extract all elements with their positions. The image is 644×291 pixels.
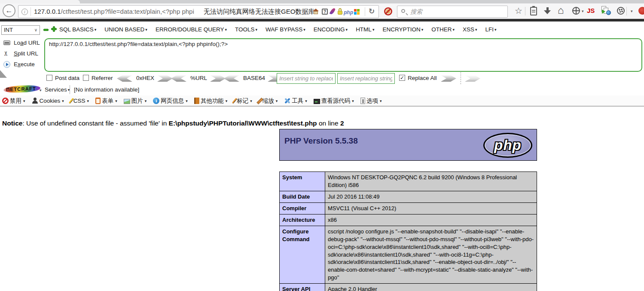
info-circle-icon: i	[153, 98, 159, 104]
minus-icon[interactable]	[43, 29, 49, 31]
chevron-down-icon[interactable]: ▾	[631, 9, 633, 13]
php-icon[interactable]: php	[344, 9, 353, 15]
replace-all-checkbox[interactable]: ✓	[399, 75, 405, 81]
feather-icon[interactable]	[330, 7, 336, 15]
hex-encode-arrow-right-icon[interactable]	[157, 75, 173, 82]
hex-label: 0xHEX	[136, 75, 154, 81]
download-icon[interactable]	[544, 7, 552, 15]
person-icon	[32, 98, 38, 104]
js-icon[interactable]: JS	[587, 7, 595, 14]
webdev-options-menu[interactable]: 选项	[360, 97, 382, 105]
webdev-cookies-menu[interactable]: Cookies	[32, 98, 64, 104]
home-icon[interactable]: ⌂	[558, 4, 564, 16]
charset-select[interactable]: INT∨	[1, 25, 40, 35]
execute-button[interactable]: Execute	[0, 60, 43, 70]
notice-line-number: 2	[340, 119, 344, 127]
search-input[interactable]: 搜索	[397, 6, 508, 18]
replace-arrow-right-icon[interactable]	[441, 75, 456, 82]
url-encode-arrow-right-icon[interactable]	[210, 75, 226, 82]
webdev-forms-menu[interactable]: 表单	[95, 97, 117, 105]
phpinfo-block: PHP Version 5.5.38 php SystemWindows NT …	[279, 129, 537, 291]
replace-arrow-right-icon-2[interactable]	[465, 75, 480, 82]
url-domain: 127.0.0.1	[34, 8, 61, 15]
phpinfo-table: SystemWindows NT DESKTOP-GQ2PQNC 6.2 bui…	[279, 172, 537, 291]
globe-icon[interactable]	[572, 7, 580, 15]
menu-sql-basics[interactable]: SQL BASICS	[59, 26, 96, 33]
replace-to-input[interactable]	[337, 73, 395, 84]
chevron-down-icon[interactable]: ▾	[40, 88, 42, 92]
lock-icon[interactable]	[338, 8, 342, 15]
netcraft-logo[interactable]: ΠETCRAFT	[3, 85, 40, 93]
url-decode-arrow-left-icon[interactable]	[171, 75, 186, 82]
hex-decode-arrow-left-icon[interactable]	[117, 75, 132, 82]
base64-label: BASE64	[243, 75, 265, 81]
info-icon[interactable]: i	[21, 9, 28, 15]
webdev-disable-menu[interactable]: 禁用	[2, 97, 25, 105]
star-icon[interactable]: ☆	[515, 6, 522, 16]
reload-icon[interactable]: ↻	[369, 7, 375, 16]
menu-html[interactable]: HTML	[356, 26, 374, 33]
toolbar-divider-2	[626, 7, 627, 15]
netcraft-services-menu[interactable]: Services	[45, 86, 70, 93]
urlbar-note-2[interactable]: 无法连接GEO数据库	[255, 8, 314, 16]
url-text[interactable]: 127.0.0.1/ctftest/test.php?file=data:tex…	[34, 8, 194, 15]
menu-encryption[interactable]: ENCRYPTION	[382, 26, 423, 33]
source-icon	[314, 99, 320, 104]
tab-strip	[0, 0, 644, 3]
house-icon[interactable]	[313, 9, 319, 14]
split-url-button[interactable]: ✂ Split URL	[0, 49, 43, 59]
plus-icon[interactable]	[51, 26, 57, 32]
extension-icon-clipped[interactable]	[638, 7, 644, 15]
menu-lfi[interactable]: LFI	[485, 26, 497, 33]
search-icon	[401, 9, 405, 13]
replace-from-input[interactable]	[277, 73, 336, 84]
base64-decode-arrow-left-icon[interactable]	[224, 75, 239, 82]
table-row: Architecturex86	[280, 214, 537, 226]
back-icon[interactable]: ←	[3, 4, 15, 17]
webdev-misc-menu[interactable]: 其他功能	[194, 97, 228, 105]
windows-icon[interactable]	[354, 9, 360, 15]
url-bar[interactable]: i 127.0.0.1/ctftest/test.php?file=data:t…	[18, 5, 379, 18]
post-data-checkbox[interactable]	[46, 75, 52, 81]
block-icon[interactable]	[384, 7, 392, 15]
post-data-label: Post data	[55, 75, 79, 81]
menu-other[interactable]: OTHER	[431, 26, 455, 33]
question-icon[interactable]: ?	[322, 9, 328, 15]
load-url-button[interactable]: Load URL	[0, 39, 43, 48]
menu-encoding[interactable]: ENCODING	[314, 26, 348, 33]
webdev-css-menu[interactable]: CSS	[70, 98, 89, 104]
webdev-viewsource-menu[interactable]: 查看源代码	[314, 97, 354, 105]
page-content: Notice: Use of undefined constant file -…	[0, 107, 644, 291]
menu-xss[interactable]: XSS	[463, 26, 477, 33]
webdeveloper-toolbar: 禁用 Cookies CSS 表单 图片 i网页信息 其他功能 标记 缩放 工具…	[0, 95, 644, 107]
browser-window: ← i 127.0.0.1/ctftest/test.php?file=data…	[0, 0, 644, 291]
webdev-tools-menu[interactable]: 工具	[284, 97, 307, 105]
active-tab[interactable]	[0, 0, 80, 3]
load-url-icon	[3, 40, 10, 45]
table-row: SystemWindows NT DESKTOP-GQ2PQNC 6.2 bui…	[280, 172, 537, 191]
menu-error-double-query[interactable]: ERROR/DOUBLE QUERY	[156, 26, 227, 33]
table-row: Build DateJul 20 2016 11:08:49	[280, 191, 537, 202]
tools-icon	[284, 98, 290, 104]
menu-waf-bypass[interactable]: WAF BYPASS	[266, 26, 305, 33]
urlbar-divider-2	[365, 7, 365, 16]
referrer-checkbox[interactable]	[83, 75, 89, 81]
cookie-icon[interactable]	[617, 7, 625, 15]
menu-union-based[interactable]: UNION BASED	[104, 26, 147, 33]
webdev-images-menu[interactable]: 图片	[124, 97, 147, 105]
chevron-down-icon[interactable]: ▾	[582, 9, 584, 13]
webdev-outline-menu[interactable]: 标记	[234, 97, 252, 105]
execute-icon	[3, 61, 10, 68]
urlbar-note-1[interactable]: 无法访问纯真网络	[204, 8, 255, 16]
charset-select-value: INT	[4, 27, 13, 33]
hackbar-toolbar: INT∨ SQL BASICS UNION BASED ERROR/DOUBLE…	[0, 21, 644, 84]
webdev-resize-menu[interactable]: 缩放	[259, 97, 278, 105]
menu-tools[interactable]: TOOLS	[235, 26, 257, 33]
url-textarea[interactable]: http://127.0.0.1/ctftest/test.php?file=d…	[44, 38, 642, 72]
replace-all-label: Replace All	[408, 75, 437, 81]
navigation-toolbar: ← i 127.0.0.1/ctftest/test.php?file=data…	[0, 3, 644, 19]
form-icon	[95, 98, 101, 104]
translate-icon[interactable]	[601, 6, 611, 15]
webdev-pageinfo-menu[interactable]: i网页信息	[153, 97, 188, 105]
clipboard-icon[interactable]	[530, 7, 537, 15]
